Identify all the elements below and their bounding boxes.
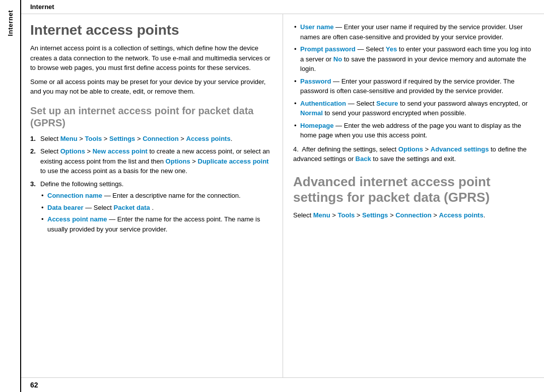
password-link[interactable]: Password [300, 77, 331, 85]
connection-name-text: — Enter a descriptive name for the conne… [104, 192, 241, 199]
connection-name-link[interactable]: Connection name [47, 192, 102, 199]
step-3-num: 3. [30, 179, 36, 189]
right-column: User name — Enter your user name if requ… [283, 14, 544, 377]
header-label: Internet [30, 3, 54, 11]
step-1: 1. Select Menu > Tools > Settings > Conn… [30, 134, 271, 144]
options-link-3[interactable]: Options [398, 145, 423, 153]
step-3-text: Define the following settings. [40, 180, 123, 188]
advanced-title: Advanced internet access point settings … [293, 174, 533, 205]
tools-link-2[interactable]: Tools [338, 211, 355, 219]
no-link[interactable]: No [333, 55, 342, 63]
access-points-link-1[interactable]: Access points [186, 135, 231, 142]
advanced-settings-link[interactable]: Advanced settings [431, 145, 489, 153]
normal-link[interactable]: Normal [300, 109, 323, 117]
data-bearer-text: — Select [85, 204, 113, 211]
bullet-username: User name — Enter your user name if requ… [293, 22, 533, 42]
access-point-name-link[interactable]: Access point name [47, 215, 107, 223]
step-2-num: 2. [30, 146, 36, 156]
left-column: Internet access points An internet acces… [21, 14, 283, 377]
content-area: Internet Internet access points An inter… [21, 0, 544, 392]
bullet-homepage: Homepage — Enter the web address of the … [293, 121, 533, 140]
sidebar-tab: Internet [0, 0, 21, 392]
authentication-text-3: to send your password encrypted when pos… [324, 109, 466, 117]
yes-link[interactable]: Yes [386, 45, 397, 53]
bullet-data-bearer: Data bearer — Select Packet data . [40, 203, 271, 213]
right-bullets: User name — Enter your user name if requ… [293, 22, 533, 140]
secure-link[interactable]: Secure [376, 100, 398, 107]
bullet-prompt-password: Prompt password — Select Yes to enter yo… [293, 44, 533, 74]
steps-list: 1. Select Menu > Tools > Settings > Conn… [30, 134, 271, 234]
bullet-password: Password — Enter your password if requir… [293, 76, 533, 96]
top-header: Internet [21, 0, 544, 14]
tools-link-1[interactable]: Tools [85, 135, 102, 142]
options-link-1[interactable]: Options [60, 147, 85, 155]
connection-link-2[interactable]: Connection [395, 211, 432, 219]
step-2: 2. Select Options > New access point to … [30, 146, 271, 176]
menu-link-1[interactable]: Menu [60, 135, 78, 142]
authentication-text-1: — Select [348, 100, 376, 107]
step-1-num: 1. [30, 134, 36, 144]
step-2-text: Select Options > New access point to cre… [40, 147, 270, 175]
settings-link-1[interactable]: Settings [109, 135, 135, 142]
bullet-authentication: Authentication — Select Secure to send y… [293, 99, 533, 118]
step-1-text: Select Menu > Tools > Settings > Connect… [40, 135, 232, 142]
intro-p1: An internet access point is a collection… [30, 43, 271, 73]
access-points-link-2[interactable]: Access points [439, 211, 484, 219]
data-bearer-link[interactable]: Data bearer [47, 204, 84, 211]
step-3: 3. Define the following settings. Connec… [30, 179, 271, 234]
authentication-link[interactable]: Authentication [300, 100, 346, 107]
options-link-2[interactable]: Options [166, 158, 190, 165]
username-text: — Enter your user name if required by th… [300, 23, 523, 41]
prompt-password-link[interactable]: Prompt password [300, 45, 356, 53]
new-access-point-link[interactable]: New access point [93, 147, 148, 155]
back-link[interactable]: Back [356, 155, 371, 163]
step4-text: 4. After defining the settings, select O… [293, 144, 533, 164]
prompt-password-text-1: — Select [357, 45, 385, 53]
bullet-connection-name: Connection name — Enter a descriptive na… [40, 191, 271, 201]
two-columns: Internet access points An internet acces… [21, 14, 544, 377]
page-number: 62 [30, 381, 38, 389]
bottom-bar: 62 [21, 377, 544, 392]
page-container: Internet Internet Internet access points… [0, 0, 544, 392]
advanced-p: Select Menu > Tools > Settings > Connect… [293, 210, 533, 220]
username-link[interactable]: User name [300, 23, 333, 31]
settings-link-2[interactable]: Settings [362, 211, 388, 219]
duplicate-link[interactable]: Duplicate access point [198, 158, 269, 165]
step-3-bullets: Connection name — Enter a descriptive na… [40, 191, 271, 234]
bullet-access-point-name: Access point name — Enter the name for t… [40, 214, 271, 234]
homepage-link[interactable]: Homepage [300, 122, 333, 129]
connection-link-1[interactable]: Connection [143, 135, 179, 142]
section-title: Set up an internet access point for pack… [30, 105, 271, 129]
data-bearer-period: . [152, 204, 154, 211]
intro-p2: Some or all access points may be preset … [30, 77, 271, 97]
sidebar-label: Internet [7, 10, 14, 36]
authentication-text-2: to send your password always encrypted, … [400, 100, 528, 107]
menu-link-2[interactable]: Menu [313, 211, 330, 219]
packet-data-link[interactable]: Packet data [114, 204, 150, 211]
password-text: — Enter your password if required by the… [300, 77, 514, 95]
main-title: Internet access points [30, 22, 271, 38]
homepage-text: — Enter the web address of the page you … [300, 122, 521, 139]
